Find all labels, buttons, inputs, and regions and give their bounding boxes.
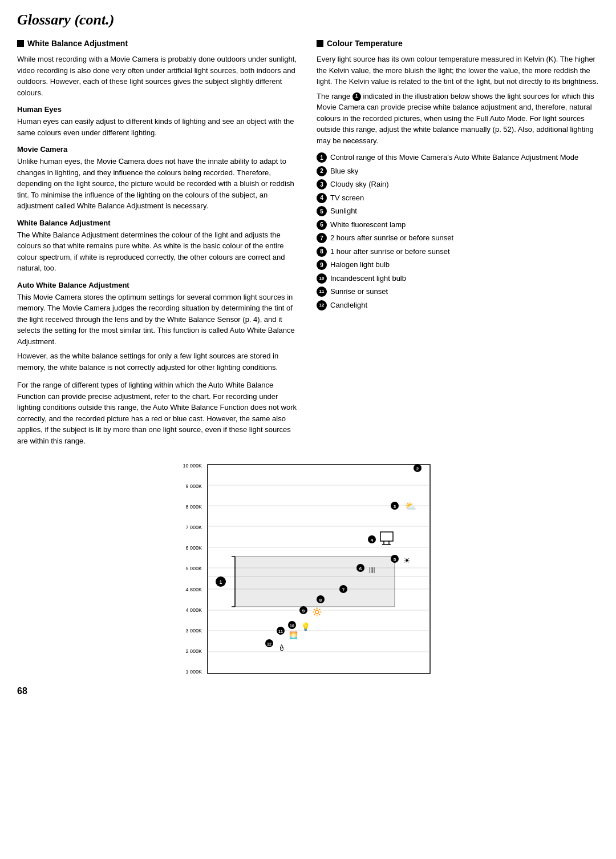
svg-text:🕯: 🕯 xyxy=(278,643,286,652)
item-text: Sunlight xyxy=(330,205,357,217)
y-label: 4 800K xyxy=(185,587,202,592)
item-num: 4 xyxy=(317,193,327,203)
chart-svg: 1 2 3 ⛅ 4 xyxy=(206,463,435,675)
y-label: 9 000K xyxy=(185,484,202,489)
svg-rect-24 xyxy=(380,532,393,541)
list-item: 5 Sunlight xyxy=(317,205,599,217)
svg-text:4: 4 xyxy=(371,538,374,543)
human-eyes-heading: Human Eyes xyxy=(17,105,299,114)
y-label: 8 000K xyxy=(185,505,202,510)
right-column: Colour Temperature Every light source ha… xyxy=(317,39,599,450)
list-item: 7 2 hours after sunrise or before sunset xyxy=(317,232,599,244)
list-item: 9 Halogen light bulb xyxy=(317,259,599,271)
svg-text:1: 1 xyxy=(219,579,222,585)
list-item: 8 1 hour after sunrise or before sunset xyxy=(317,246,599,257)
y-label: 10 000K xyxy=(183,463,202,469)
y-axis-labels: 10 000K 9 000K 8 000K 7 000K 6 000K 5 00… xyxy=(171,463,204,675)
human-eyes-text: Human eyes can easily adjust to differen… xyxy=(17,116,299,138)
intro-text: While most recording with a Movie Camera… xyxy=(17,54,299,98)
auto-wba-text2: However, as the white balance settings f… xyxy=(17,350,299,373)
svg-text:🌅: 🌅 xyxy=(289,631,298,639)
list-item: 12 Candlelight xyxy=(317,300,599,311)
item-num: 7 xyxy=(317,233,327,243)
svg-text:12: 12 xyxy=(267,642,271,646)
item-num: 2 xyxy=(317,166,327,176)
svg-text:☀: ☀ xyxy=(403,556,411,565)
svg-text:3: 3 xyxy=(394,504,396,509)
svg-text:10: 10 xyxy=(290,624,294,628)
y-label: 6 000K xyxy=(185,546,202,551)
list-item: 10 Incandescent light bulb xyxy=(317,273,599,284)
auto-wba-heading: Auto White Balance Adjustment xyxy=(17,281,299,289)
svg-rect-11 xyxy=(235,556,395,607)
section-title: White Balance Adjustment xyxy=(27,39,128,48)
item-text: 2 hours after sunrise or before sunset xyxy=(330,232,453,244)
colour-temp-title: Colour Temperature xyxy=(327,39,403,48)
item-num: 3 xyxy=(317,179,327,189)
item-text: Cloudy sky (Rain) xyxy=(330,179,389,190)
svg-text:🔆: 🔆 xyxy=(312,607,322,617)
y-label: 5 000K xyxy=(185,566,202,571)
section-bullet-2 xyxy=(317,40,323,47)
y-label: 2 000K xyxy=(185,649,202,654)
left-column: White Balance Adjustment While most reco… xyxy=(17,39,299,450)
chart-box: 1 2 3 ⛅ 4 xyxy=(206,463,435,675)
items-list: 1 Control range of this Movie Camera's A… xyxy=(317,152,599,310)
list-item: 4 TV screen xyxy=(317,192,599,204)
svg-text:5: 5 xyxy=(394,557,396,562)
item-num: 1 xyxy=(317,152,327,163)
wba-heading: White Balance Adjustment xyxy=(17,219,299,227)
item-text: Incandescent light bulb xyxy=(330,273,406,284)
list-item: 3 Cloudy sky (Rain) xyxy=(317,179,599,190)
colour-temp-heading: Colour Temperature xyxy=(317,39,599,48)
svg-text:11: 11 xyxy=(278,630,283,634)
auto-wba-text1: This Movie Camera stores the optimum set… xyxy=(17,292,299,348)
item-text: 1 hour after sunrise or before sunset xyxy=(330,246,450,257)
item-num: 5 xyxy=(317,206,327,216)
item-num: 10 xyxy=(317,273,327,284)
list-item: 1 Control range of this Movie Camera's A… xyxy=(317,152,599,163)
item-text: Halogen light bulb xyxy=(330,259,390,271)
item-num: 12 xyxy=(317,300,327,310)
svg-text:||||: |||| xyxy=(369,567,375,573)
list-item: 6 White fluorescent lamp xyxy=(317,219,599,231)
item-num: 11 xyxy=(317,287,327,297)
svg-text:2: 2 xyxy=(416,466,419,471)
svg-text:9: 9 xyxy=(302,608,305,614)
y-label: 3 000K xyxy=(185,628,202,634)
svg-text:7: 7 xyxy=(342,587,345,592)
section-bullet xyxy=(17,40,24,47)
svg-text:6: 6 xyxy=(359,566,362,571)
item-num: 8 xyxy=(317,247,327,257)
white-balance-heading: White Balance Adjustment xyxy=(17,39,299,48)
range-text: For the range of different types of ligh… xyxy=(17,380,299,446)
page-title: Glossary (cont.) xyxy=(17,11,599,29)
item-text: Control range of this Movie Camera's Aut… xyxy=(330,152,578,163)
list-item: 2 Blue sky xyxy=(317,166,599,177)
chart-wrapper: 10 000K 9 000K 8 000K 7 000K 6 000K 5 00… xyxy=(171,463,445,675)
svg-text:8: 8 xyxy=(319,598,322,603)
item-text: TV screen xyxy=(330,192,364,204)
page-number: 68 xyxy=(17,686,599,696)
list-item: 11 Sunrise or sunset xyxy=(317,286,599,297)
item-text: Sunrise or sunset xyxy=(330,286,388,297)
movie-camera-heading: Movie Camera xyxy=(17,145,299,154)
svg-text:💡: 💡 xyxy=(301,622,311,632)
chart-section: 10 000K 9 000K 8 000K 7 000K 6 000K 5 00… xyxy=(17,463,599,675)
movie-camera-text: Unlike human eyes, the Movie Camera does… xyxy=(17,156,299,212)
item-num: 6 xyxy=(317,220,327,230)
wba-text: The White Balance Adjustment determines … xyxy=(17,229,299,274)
y-label: 4 000K xyxy=(185,608,202,613)
item-text: White fluorescent lamp xyxy=(330,219,406,231)
y-label: 7 000K xyxy=(185,525,202,530)
colour-temp-intro2: The range 1 indicated in the illustratio… xyxy=(317,91,599,147)
item-text: Candlelight xyxy=(330,300,367,311)
item-num: 9 xyxy=(317,260,327,270)
svg-text:⛅: ⛅ xyxy=(405,501,416,511)
colour-temp-intro: Every light source has its own colour te… xyxy=(317,54,599,87)
item-text: Blue sky xyxy=(330,166,358,177)
y-label: 1 000K xyxy=(185,670,202,675)
